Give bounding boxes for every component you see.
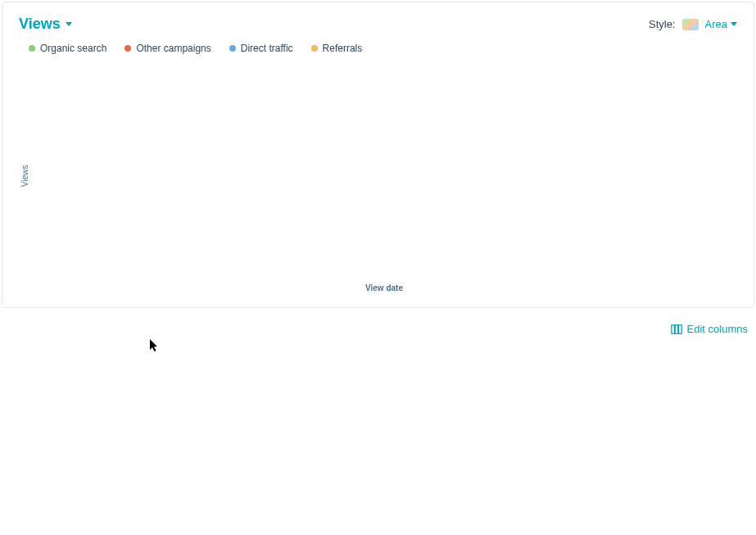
svg-rect-0 (671, 324, 674, 333)
chart-area: Views View date (19, 59, 737, 292)
x-axis-label: View date (31, 283, 737, 292)
chevron-down-icon (731, 22, 737, 26)
legend-dot-icon (229, 45, 236, 52)
chevron-down-icon (66, 22, 72, 26)
table-actions: Edit columns (0, 323, 756, 342)
legend-label: Organic search (40, 43, 106, 54)
style-value: Area (705, 18, 727, 30)
svg-rect-1 (675, 324, 678, 333)
area-style-icon (682, 19, 699, 30)
columns-icon (671, 324, 682, 335)
metric-label: Views (19, 16, 61, 33)
edit-columns-button[interactable]: Edit columns (671, 323, 748, 335)
panel-header: Views Style: Area (19, 16, 737, 33)
style-picker: Style: Area (649, 18, 737, 30)
legend-dot-icon (29, 45, 35, 52)
chart-panel: Views Style: Area Organic searchOther ca… (2, 2, 754, 308)
style-dropdown[interactable]: Area (705, 18, 737, 30)
metric-dropdown[interactable]: Views (19, 16, 72, 33)
svg-rect-2 (678, 324, 681, 333)
legend-dot-icon (124, 45, 131, 52)
legend-label: Direct traffic (241, 43, 293, 54)
legend-label: Referrals (323, 43, 363, 54)
edit-columns-label: Edit columns (687, 323, 748, 335)
y-axis-label: Views (19, 59, 31, 292)
legend-item[interactable]: Direct traffic (229, 43, 293, 54)
legend-item[interactable]: Referrals (311, 43, 363, 54)
legend-dot-icon (311, 45, 318, 52)
legend-item[interactable]: Other campaigns (124, 43, 211, 54)
legend-item[interactable]: Organic search (29, 43, 106, 54)
area-chart (31, 59, 711, 280)
style-label: Style: (649, 18, 676, 30)
chart-legend: Organic searchOther campaignsDirect traf… (19, 43, 737, 54)
legend-label: Other campaigns (136, 43, 211, 54)
